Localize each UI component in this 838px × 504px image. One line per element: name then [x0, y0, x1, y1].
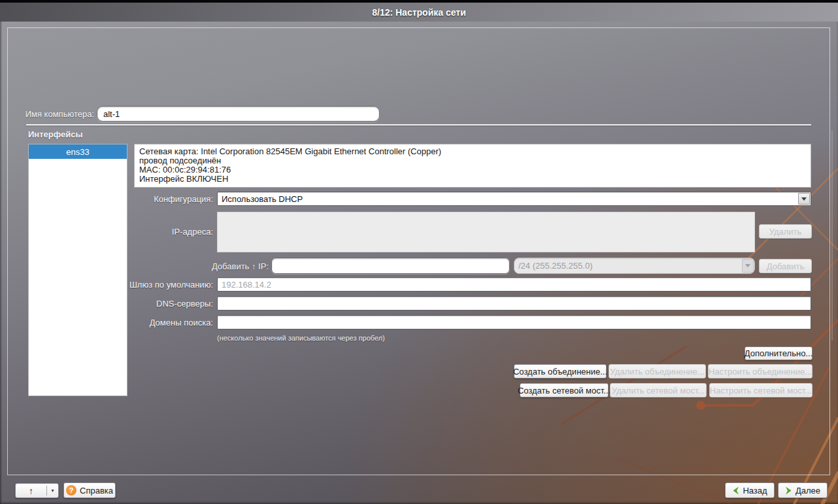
- interface-name: ens33: [66, 147, 89, 157]
- interface-list-item-ens33[interactable]: ens33: [29, 144, 127, 159]
- info-line-mac: MAC: 00:0c:29:94:81:76: [139, 165, 806, 175]
- help-button-label: Справка: [80, 486, 113, 496]
- create-bridge-button[interactable]: Создать сетевой мост...: [520, 383, 609, 397]
- info-line-card: Сетевая карта: Intel Corporation 82545EM…: [139, 147, 806, 156]
- arrow-right-icon: [785, 486, 792, 495]
- interfaces-section-label: Интерфейсы: [28, 129, 83, 140]
- chevron-down-icon: [742, 259, 754, 273]
- network-settings-form: Имя компьютера: Интерфейсы ens33 Сетевая…: [0, 0, 838, 504]
- search-domains-input[interactable]: [217, 315, 811, 329]
- chevron-down-icon[interactable]: ▾: [47, 484, 58, 497]
- next-button-label: Далее: [796, 486, 820, 496]
- space-separated-hint: (несколько значений записываются через п…: [217, 334, 385, 342]
- delete-bond-button[interactable]: Удалить объединение...: [609, 364, 706, 378]
- help-question-icon: ?: [66, 485, 76, 496]
- up-arrow-icon[interactable]: ↑: [16, 484, 46, 497]
- configuration-selected-value: Использовать DHCP: [218, 194, 797, 204]
- netmask-selected-value: /24 (255.255.255.0): [514, 261, 741, 271]
- configuration-label: Конфигурация:: [112, 194, 213, 205]
- section-separator: [26, 124, 811, 126]
- chevron-down-icon[interactable]: [798, 193, 810, 205]
- step-jump-split-button[interactable]: ↑ ▾: [15, 483, 59, 498]
- next-button[interactable]: Далее: [778, 482, 828, 498]
- delete-bridge-button[interactable]: Удалить сетевой мост...: [610, 383, 707, 397]
- dns-servers-label: DNS-серверы:: [112, 299, 213, 309]
- netmask-dropdown: /24 (255.255.255.0): [514, 258, 755, 274]
- search-domains-label: Домены поиска:: [112, 318, 213, 328]
- create-bond-button[interactable]: Создать объединение...: [514, 364, 607, 378]
- hostname-label: Имя компьютера:: [7, 109, 94, 120]
- add-ip-label: Добавить ↑ IP:: [168, 261, 269, 272]
- gateway-label: Шлюз по умолчанию:: [112, 280, 213, 290]
- back-button[interactable]: Назад: [725, 482, 775, 498]
- configure-bond-button[interactable]: Настроить объединение...: [708, 364, 813, 378]
- configure-bridge-button[interactable]: Настроить сетевой мост...: [709, 383, 813, 397]
- back-button-label: Назад: [743, 486, 767, 496]
- info-line-link: провод подсоединён: [139, 156, 806, 165]
- add-ip-button[interactable]: Добавить: [759, 259, 812, 273]
- configuration-dropdown[interactable]: Использовать DHCP: [217, 192, 811, 206]
- interface-list[interactable]: ens33: [28, 144, 127, 396]
- advanced-button[interactable]: Дополнительно...: [745, 346, 813, 360]
- ip-addresses-listbox[interactable]: [217, 212, 755, 252]
- arrow-left-icon: [732, 486, 739, 495]
- add-ip-input[interactable]: [271, 258, 510, 274]
- ip-addresses-label: IP-адреса:: [112, 227, 213, 237]
- installer-window: 8/12: Настройка сети Имя компьютера: Инт…: [0, 0, 838, 504]
- interface-info-box: Сетевая карта: Intel Corporation 82545EM…: [134, 144, 811, 188]
- gateway-input[interactable]: [217, 277, 811, 292]
- dns-servers-input[interactable]: [217, 296, 811, 311]
- help-button[interactable]: ? Справка: [63, 482, 116, 498]
- hostname-input[interactable]: [97, 106, 380, 122]
- info-line-state: Интерфейс ВКЛЮЧЕН: [139, 175, 806, 184]
- delete-ip-button[interactable]: Удалить: [759, 224, 812, 239]
